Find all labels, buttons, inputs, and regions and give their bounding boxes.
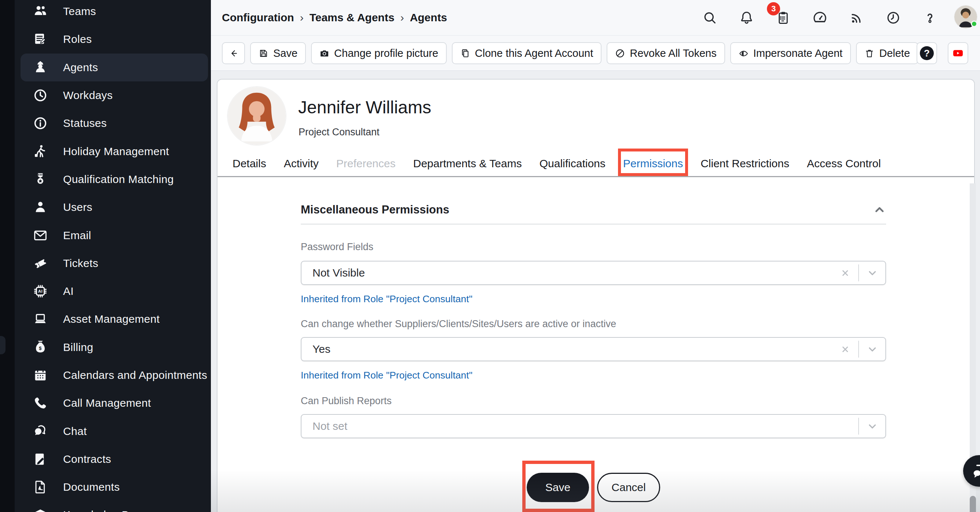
breadcrumb-teams-agents[interactable]: Teams & Agents <box>310 11 395 24</box>
impersonate-agent-button[interactable]: Impersonate Agent <box>730 42 851 64</box>
notification-count-badge: 3 <box>767 2 780 15</box>
tab-preferences[interactable]: Preferences <box>336 157 396 170</box>
feed-rss-icon[interactable] <box>850 11 864 25</box>
youtube-tutorial-button[interactable] <box>948 42 968 64</box>
sidebar-item-ai[interactable]: AI <box>21 277 208 305</box>
field-label-password-fields: Password Fields <box>301 241 886 253</box>
tab-access-control[interactable]: Access Control <box>807 157 881 170</box>
config-sidebar: Teams Roles Agents Workdays Statuses Hol… <box>15 0 211 512</box>
agent-role: Project Consultant <box>299 127 380 138</box>
sidebar-item-call-management[interactable]: Call Management <box>21 389 208 417</box>
clear-x-icon[interactable] <box>832 268 858 278</box>
tab-client-restrictions[interactable]: Client Restrictions <box>700 157 789 170</box>
main-content: Jennifer Williams Project Consultant Det… <box>211 71 980 512</box>
agent-avatar-photo <box>228 87 286 145</box>
sidebar-item-label: Contracts <box>63 453 111 466</box>
chevron-down-icon[interactable] <box>859 267 885 279</box>
notifications-bell-icon[interactable] <box>740 11 754 25</box>
eye-icon <box>739 48 749 58</box>
sidebar-item-contracts[interactable]: Contracts <box>21 445 208 473</box>
inherited-role-link[interactable]: Inherited from Role "Project Consultant" <box>301 293 473 305</box>
dashboard-gauge-icon[interactable] <box>813 11 827 25</box>
sidebar-list: Teams Roles Agents Workdays Statuses Hol… <box>15 0 211 512</box>
agent-avatar[interactable] <box>228 87 286 145</box>
sidebar-item-calendars[interactable]: Calendars and Appointments <box>21 361 208 389</box>
sidebar-item-label: Users <box>63 201 92 213</box>
select-value: Yes <box>312 343 832 355</box>
revoke-all-tokens-button[interactable]: Revoke All Tokens <box>607 42 725 64</box>
sidebar-item-chat[interactable]: Chat <box>21 417 208 445</box>
sidebar-item-workdays[interactable]: Workdays <box>21 81 208 109</box>
password-fields-select[interactable]: Not Visible <box>301 261 886 285</box>
clear-x-icon[interactable] <box>832 344 858 354</box>
sidebar-item-knowledge-base[interactable]: Knowledge Base <box>21 501 208 512</box>
chevron-down-icon[interactable] <box>859 421 885 432</box>
section-divider <box>301 224 886 224</box>
sidebar-item-statuses[interactable]: Statuses <box>21 109 208 137</box>
sidebar-item-label: AI <box>63 285 74 297</box>
agent-hardhat-icon <box>33 60 48 75</box>
permissions-panel: Miscellaneous Permissions Password Field… <box>301 178 886 502</box>
asset-laptop-icon <box>33 312 48 326</box>
cancel-button[interactable]: Cancel <box>597 473 660 502</box>
sidebar-item-documents[interactable]: Documents <box>21 473 208 501</box>
save-toolbar-button[interactable]: Save <box>250 42 306 64</box>
publish-reports-select[interactable]: Not set <box>301 414 886 438</box>
button-label: Impersonate Agent <box>753 47 842 59</box>
sidebar-item-teams[interactable]: Teams <box>21 0 208 25</box>
active-inactive-select[interactable]: Yes <box>301 337 886 361</box>
field-label-publish-reports: Can Publish Reports <box>301 395 886 407</box>
top-bar: Configuration › Teams & Agents › Agents … <box>211 0 980 36</box>
tab-details[interactable]: Details <box>232 157 266 170</box>
sidebar-item-roles[interactable]: Roles <box>21 25 208 53</box>
scrollbar-thumb[interactable] <box>970 496 976 512</box>
button-label: Save <box>273 47 298 59</box>
email-envelope-icon <box>33 228 48 243</box>
breadcrumb-separator-icon: › <box>400 11 404 24</box>
sidebar-item-billing[interactable]: Billing <box>21 333 208 361</box>
tab-label: Permissions <box>623 157 683 169</box>
save-button[interactable]: Save <box>527 473 589 502</box>
tab-departments-teams[interactable]: Departments & Teams <box>413 157 522 170</box>
help-button[interactable]: ? <box>916 42 937 64</box>
sidebar-item-agents[interactable]: Agents <box>21 54 208 81</box>
sidebar-item-label: Agents <box>63 61 98 74</box>
sidebar-item-asset-management[interactable]: Asset Management <box>21 305 208 333</box>
agent-name: Jennifer Williams <box>298 97 431 118</box>
sidebar-item-label: Statuses <box>63 117 107 129</box>
button-label: Revoke All Tokens <box>630 47 716 59</box>
chat-bubble-icon <box>970 462 980 480</box>
change-profile-picture-button[interactable]: Change profile picture <box>311 42 447 64</box>
sidebar-item-tickets[interactable]: Tickets <box>21 250 208 277</box>
tab-qualifications[interactable]: Qualifications <box>539 157 606 170</box>
section-header: Miscellaneous Permissions <box>301 203 886 216</box>
back-button[interactable] <box>222 42 245 64</box>
history-clock-icon[interactable] <box>886 11 900 25</box>
sidebar-item-label: Tickets <box>63 257 98 270</box>
chevron-down-icon[interactable] <box>859 343 885 355</box>
breadcrumb-configuration[interactable]: Configuration <box>222 11 294 24</box>
tab-activity[interactable]: Activity <box>284 157 319 170</box>
sidebar-item-label: Billing <box>63 341 93 353</box>
select-placeholder: Not set <box>312 420 858 432</box>
sidebar-item-holiday-management[interactable]: Holiday Management <box>21 137 208 165</box>
drawer-handle[interactable] <box>0 336 5 354</box>
phone-icon <box>33 396 48 410</box>
agent-toolbar: Save Change profile picture Clone this A… <box>211 36 980 71</box>
tab-permissions[interactable]: Permissions <box>623 157 683 170</box>
delete-agent-button[interactable]: Delete <box>856 42 918 64</box>
help-question-icon[interactable] <box>923 11 937 25</box>
collapse-chevron-up-icon[interactable] <box>873 203 886 216</box>
select-value: Not Visible <box>312 267 832 279</box>
sidebar-item-qualification-matching[interactable]: Qualification Matching <box>21 165 208 193</box>
search-icon[interactable] <box>703 11 717 25</box>
sidebar-item-email[interactable]: Email <box>21 221 208 249</box>
breadcrumb-agents[interactable]: Agents <box>410 11 447 24</box>
clone-agent-button[interactable]: Clone this Agent Account <box>452 42 601 64</box>
clone-copy-icon <box>460 48 470 58</box>
statuses-info-icon <box>33 116 48 130</box>
inherited-role-link[interactable]: Inherited from Role "Project Consultant" <box>301 370 473 381</box>
youtube-icon <box>951 48 965 59</box>
collapsed-rail <box>0 0 15 512</box>
sidebar-item-users[interactable]: Users <box>21 193 208 221</box>
